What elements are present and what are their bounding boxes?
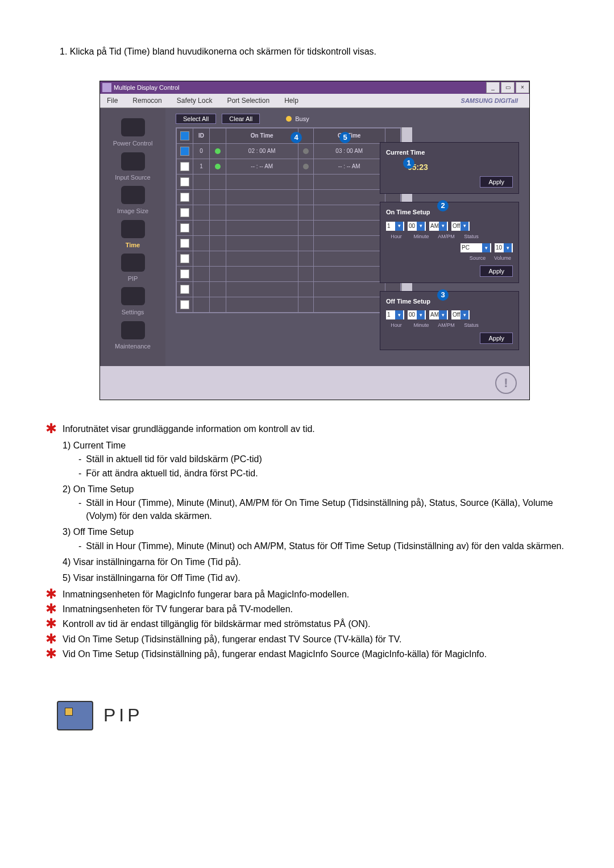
list-label: Visar inställningarna för On Time (Tid p… [73, 557, 241, 567]
star-icon: ✱ [45, 618, 57, 630]
note-text: Vid On Time Setup (Tidsinställning på), … [63, 648, 580, 661]
row-checkbox[interactable] [180, 300, 189, 309]
current-time-title: Current Time [386, 148, 513, 157]
menu-file[interactable]: File [103, 94, 121, 107]
info-icon: ! [495, 372, 517, 394]
chevron-down-icon: ▾ [504, 243, 512, 252]
menu-help[interactable]: Help [281, 94, 302, 107]
on-time-panel: 2 On Time Setup 1▾ 00▾ AM▾ Off▾ HourMinu… [380, 202, 519, 283]
sidebar-item-settings[interactable]: Settings [100, 306, 165, 318]
pip-section-icon [57, 701, 93, 730]
off-time-panel: 3 Off Time Setup 1▾ 00▾ AM▾ Off▾ HourMin… [380, 291, 519, 350]
note-text: Kontroll av tid är endast tillgänglig fö… [63, 618, 580, 630]
sidebar-item-input[interactable]: Input Source [100, 172, 165, 184]
imagesize-icon[interactable] [121, 186, 145, 204]
close-icon[interactable]: × [516, 82, 529, 93]
list-num: 1) [63, 441, 70, 450]
callout-3: 3 [437, 289, 449, 301]
app-window: Multiple Display Control _ ▭ × File Remo… [99, 81, 530, 400]
star-icon: ✱ [45, 603, 57, 616]
hour-select[interactable]: 1▾ [386, 222, 404, 231]
maintenance-icon[interactable] [121, 321, 145, 339]
row-checkbox[interactable] [180, 208, 189, 217]
row-checkbox[interactable] [180, 193, 189, 202]
chevron-down-icon: ▾ [417, 222, 425, 231]
display-grid: ID On Time Off Time 0 02 : 00 AM [176, 127, 401, 313]
window-title: Multiple Display Control [114, 84, 485, 92]
note-text: Inforutnätet visar grundläggande informa… [63, 423, 580, 435]
row-checkbox[interactable] [180, 269, 189, 279]
led-icon [303, 164, 309, 169]
row-checkbox[interactable] [180, 223, 189, 232]
sub-text: Ställ in aktuell tid för vald bildskärm … [86, 453, 580, 466]
chevron-down-icon: ▾ [460, 222, 468, 231]
cell-ontime: 02 : 00 AM [226, 144, 298, 159]
hour-select[interactable]: 1▾ [386, 310, 404, 319]
star-icon: ✱ [45, 633, 57, 646]
led-icon [303, 148, 309, 154]
sidebar-item-time[interactable]: Time [100, 239, 165, 251]
chevron-down-icon: ▾ [417, 310, 425, 319]
app-icon [102, 83, 111, 92]
settings-icon[interactable] [121, 287, 145, 305]
row-checkbox[interactable] [180, 147, 189, 156]
intro-step: 1. Klicka på Tid (Time) bland huvudikone… [60, 45, 580, 58]
clear-all-button[interactable]: Clear All [222, 114, 260, 124]
current-time-panel: Current Time 1 05:23 Apply [380, 142, 519, 194]
sidebar-item-pip[interactable]: PIP [100, 273, 165, 285]
power-icon[interactable] [121, 118, 145, 136]
cell-offtime: -- : -- AM [313, 159, 385, 175]
sidebar-item-maintenance[interactable]: Maintenance [100, 340, 165, 352]
busy-indicator: Busy [286, 115, 309, 123]
list-label: On Time Setup [73, 484, 134, 494]
brand-logo: SAMSUNG DIGITall [458, 95, 521, 107]
list-label: Current Time [73, 441, 126, 450]
cell-id: 1 [193, 159, 210, 175]
row-checkbox[interactable] [180, 254, 189, 263]
notes-section: ✱ Inforutnätet visar grundläggande infor… [45, 423, 580, 661]
row-checkbox[interactable] [180, 177, 189, 186]
apply-button[interactable]: Apply [480, 176, 513, 188]
volume-select[interactable]: 10▾ [495, 243, 513, 252]
list-num: 4) [63, 557, 70, 567]
apply-button[interactable]: Apply [480, 333, 513, 344]
row-checkbox[interactable] [180, 239, 189, 248]
sidebar-item-power[interactable]: Power Control [100, 138, 165, 149]
cell-offtime: 03 : 00 AM [313, 144, 385, 159]
header-checkbox[interactable] [180, 131, 189, 140]
chevron-down-icon: ▾ [439, 222, 447, 231]
table-row[interactable]: 0 02 : 00 AM 03 : 00 AM [177, 144, 401, 159]
on-time-title: On Time Setup [386, 208, 513, 217]
time-icon[interactable] [121, 220, 145, 238]
maximize-icon[interactable]: ▭ [501, 82, 515, 93]
minute-select[interactable]: 00▾ [408, 222, 426, 231]
select-all-button[interactable]: Select All [176, 114, 216, 124]
power-led-icon [215, 148, 221, 154]
menu-safetylock[interactable]: Safety Lock [173, 94, 216, 107]
star-icon: ✱ [45, 423, 57, 435]
ampm-select[interactable]: AM▾ [429, 310, 448, 319]
pip-icon[interactable] [121, 254, 145, 272]
menubar: File Remocon Safety Lock Port Selection … [100, 94, 529, 108]
col-id: ID [193, 128, 210, 144]
status-select[interactable]: Off▾ [451, 222, 470, 231]
chevron-down-icon: ▾ [395, 222, 403, 231]
ampm-select[interactable]: AM▾ [429, 222, 448, 231]
source-select[interactable]: PC▾ [460, 243, 491, 252]
chevron-down-icon: ▾ [460, 310, 468, 319]
row-checkbox[interactable] [180, 285, 189, 294]
apply-button[interactable]: Apply [480, 265, 513, 277]
input-icon[interactable] [121, 152, 145, 171]
menu-portselection[interactable]: Port Selection [223, 94, 273, 107]
list-num: 2) [63, 484, 70, 494]
table-row[interactable]: 1 -- : -- AM -- : -- AM [177, 159, 401, 175]
sidebar: Power Control Input Source Image Size Ti… [100, 108, 165, 366]
minute-select[interactable]: 00▾ [408, 310, 426, 319]
minimize-icon[interactable]: _ [486, 82, 500, 93]
status-select[interactable]: Off▾ [451, 310, 470, 319]
status-bar: ! [100, 366, 529, 400]
menu-remocon[interactable]: Remocon [129, 94, 165, 107]
sidebar-item-imagesize[interactable]: Image Size [100, 205, 165, 217]
row-checkbox[interactable] [180, 162, 189, 171]
col-ontime: On Time [226, 128, 298, 144]
